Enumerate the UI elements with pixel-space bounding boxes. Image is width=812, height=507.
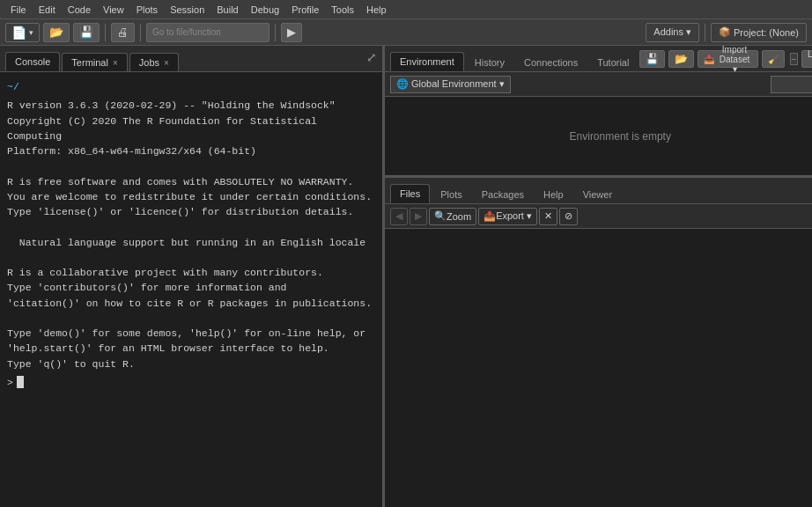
- menu-code[interactable]: Code: [63, 3, 96, 17]
- left-panel: Console Terminal × Jobs × ⤢ ~/ R version…: [0, 46, 385, 507]
- save-icon: 💾: [79, 26, 93, 39]
- right-panel: Environment History Connections Tutorial…: [385, 46, 812, 507]
- tab-history-label: History: [475, 57, 505, 68]
- export-button[interactable]: 📤 Export ▾: [478, 208, 537, 225]
- console-path: ~/: [7, 79, 375, 94]
- files-tab-bar: Files Plots Packages Help Viewer ─ □: [385, 178, 812, 204]
- broom-icon: 🧹: [768, 55, 779, 64]
- back-button[interactable]: ◀: [390, 208, 408, 225]
- environment-panel: Environment History Connections Tutorial…: [385, 46, 812, 178]
- env-broom-button[interactable]: 🧹: [762, 50, 785, 68]
- env-panel-right-btns: 💾 📂 📥 Import Dataset ▾ 🧹 ─ List ▾ ↻: [639, 50, 812, 71]
- list-view-button[interactable]: List ▾: [801, 50, 812, 68]
- console-prompt-line[interactable]: >: [7, 375, 375, 390]
- env-tab-bar: Environment History Connections Tutorial…: [385, 46, 812, 72]
- save-button[interactable]: 💾: [73, 23, 100, 42]
- tab-jobs[interactable]: Jobs ×: [129, 53, 179, 71]
- env-toolbar: 🌐 Global Environment ▾: [385, 72, 812, 97]
- goto-file-button[interactable]: Go to file/function: [146, 23, 269, 42]
- menu-tools[interactable]: Tools: [326, 3, 359, 17]
- global-env-label: Global Environment ▾: [411, 78, 505, 90]
- forward-icon: ▶: [415, 210, 422, 222]
- tab-terminal-close[interactable]: ×: [113, 58, 118, 68]
- open-button[interactable]: 📂: [43, 23, 70, 42]
- forward-button[interactable]: ▶: [410, 208, 427, 225]
- export-icon: 📤: [484, 210, 496, 222]
- env-minimize-button[interactable]: ─: [790, 53, 798, 65]
- expand-console-icon[interactable]: ⤢: [366, 50, 377, 65]
- open-icon: 📂: [49, 26, 63, 39]
- tab-history[interactable]: History: [466, 54, 513, 71]
- print-button[interactable]: 🖨: [111, 23, 135, 42]
- new-dropdown-arrow: ▾: [29, 28, 33, 37]
- globe-icon: 🌐: [396, 78, 409, 90]
- files-panel: Files Plots Packages Help Viewer ─ □: [385, 178, 812, 507]
- menu-help[interactable]: Help: [361, 3, 392, 17]
- menu-file[interactable]: File: [5, 3, 32, 17]
- menu-bar: File Edit Code View Plots Session Build …: [0, 0, 812, 19]
- zoom-button[interactable]: 🔍 Zoom: [429, 208, 476, 225]
- import-icon: 📥: [704, 55, 714, 64]
- tab-files-label: Files: [400, 188, 420, 199]
- new-file-button[interactable]: 📄 ▾: [5, 23, 40, 42]
- tab-viewer[interactable]: Viewer: [574, 186, 621, 203]
- menu-edit[interactable]: Edit: [33, 3, 61, 17]
- tab-console[interactable]: Console: [5, 52, 60, 71]
- tab-packages-label: Packages: [482, 189, 524, 200]
- env-empty-message: Environment is empty: [570, 130, 671, 143]
- tab-help[interactable]: Help: [535, 186, 572, 203]
- zoom-icon: 🔍: [434, 210, 447, 222]
- menu-debug[interactable]: Debug: [246, 3, 284, 17]
- menu-profile[interactable]: Profile: [286, 3, 324, 17]
- addins-label: Addins ▾: [653, 26, 691, 38]
- menu-session[interactable]: Session: [165, 3, 210, 17]
- menu-plots[interactable]: Plots: [131, 3, 163, 17]
- console-cursor: [17, 376, 24, 388]
- tab-connections-label: Connections: [524, 57, 578, 68]
- tab-jobs-close[interactable]: ×: [164, 58, 169, 68]
- run-button[interactable]: ▶: [281, 23, 302, 42]
- remove-all-plots-button[interactable]: ⊘: [559, 208, 578, 225]
- print-icon: 🖨: [117, 26, 129, 39]
- new-file-icon: 📄: [11, 26, 26, 40]
- env-search-input[interactable]: [771, 76, 812, 93]
- console-tab-bar: Console Terminal × Jobs × ⤢: [0, 46, 382, 72]
- remove-all-icon: ⊘: [565, 210, 572, 222]
- tab-plots[interactable]: Plots: [432, 186, 470, 203]
- menu-build[interactable]: Build: [211, 3, 243, 17]
- toolbar-separator-2: [140, 24, 141, 41]
- files-toolbar: ◀ ▶ 🔍 Zoom 📤 Export ▾ ✕ ⊘: [385, 204, 812, 229]
- main-toolbar: 📄 ▾ 📂 💾 🖨 Go to file/function ▶ Addins ▾…: [0, 19, 812, 46]
- tab-help-label: Help: [543, 189, 564, 200]
- menu-view[interactable]: View: [98, 3, 129, 17]
- zoom-label: Zoom: [447, 211, 471, 222]
- remove-icon: ✕: [544, 210, 552, 222]
- run-icon: ▶: [287, 26, 296, 39]
- global-env-dropdown[interactable]: 🌐 Global Environment ▾: [390, 76, 511, 93]
- remove-plot-button[interactable]: ✕: [539, 208, 557, 225]
- list-label: List ▾: [808, 49, 812, 69]
- toolbar-separator-1: [105, 24, 106, 41]
- tab-files[interactable]: Files: [390, 184, 430, 203]
- tab-jobs-label: Jobs: [139, 57, 159, 68]
- env-save-button[interactable]: 💾: [639, 50, 665, 68]
- import-dataset-button[interactable]: 📥 Import Dataset ▾: [698, 50, 757, 68]
- tab-plots-label: Plots: [440, 189, 461, 200]
- tab-tutorial[interactable]: Tutorial: [588, 54, 638, 71]
- tab-connections[interactable]: Connections: [515, 54, 587, 71]
- tab-tutorial-label: Tutorial: [597, 57, 629, 68]
- tab-terminal[interactable]: Terminal ×: [62, 53, 127, 71]
- project-button[interactable]: 📦 Project: (None): [711, 23, 807, 42]
- env-load-button[interactable]: 📂: [668, 50, 694, 68]
- tab-environment[interactable]: Environment: [390, 52, 464, 71]
- project-icon: 📦: [719, 26, 731, 38]
- main-layout: Console Terminal × Jobs × ⤢ ~/ R version…: [0, 46, 812, 507]
- files-content: [385, 229, 812, 507]
- addins-button[interactable]: Addins ▾: [646, 23, 699, 42]
- console-output: ~/ R version 3.6.3 (2020-02-29) -- "Hold…: [0, 72, 382, 507]
- tab-terminal-label: Terminal: [71, 57, 108, 68]
- goto-file-label: Go to file/function: [152, 27, 221, 37]
- console-text: R version 3.6.3 (2020-02-29) -- "Holding…: [7, 98, 375, 371]
- tab-packages[interactable]: Packages: [473, 186, 533, 203]
- tab-console-label: Console: [15, 56, 50, 67]
